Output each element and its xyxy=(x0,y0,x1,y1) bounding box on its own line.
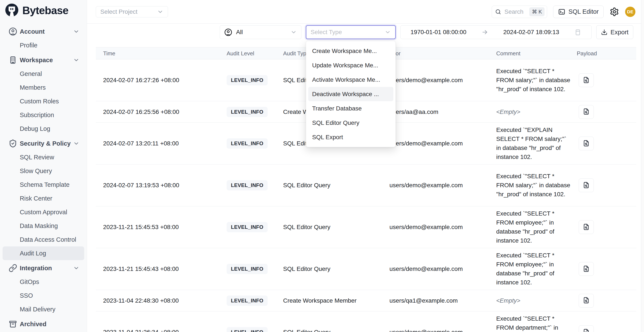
comment-text: <Empty> xyxy=(496,296,520,305)
terminal-icon xyxy=(558,8,566,15)
chevron-down-icon xyxy=(73,57,80,63)
comment-text: Executed `"SELECT * FROM employee;"` in … xyxy=(496,251,572,287)
column-header-comment: Comment xyxy=(496,50,520,57)
brand-logo[interactable]: Bytebase xyxy=(0,0,87,18)
archive-icon xyxy=(8,320,17,328)
sidebar-item-archived[interactable]: Archived xyxy=(2,317,84,331)
type-filter-select[interactable]: Select Type xyxy=(306,25,396,39)
dropdown-option-sql-editor-query[interactable]: SQL Editor Query xyxy=(306,116,396,130)
type-filter-dropdown: Create Workspace Me...Update Workspace M… xyxy=(306,41,396,147)
comment-text: Executed `"SELECT * FROM salary;"` in da… xyxy=(496,172,572,199)
comment-cell: <Empty> xyxy=(496,290,572,311)
payload-view-button[interactable] xyxy=(579,73,594,87)
sidebar-item-sql-review[interactable]: SQL Review xyxy=(2,150,84,164)
avatar[interactable]: DE xyxy=(625,7,636,17)
actor-cell: users/demo@example.com xyxy=(390,266,463,272)
project-select-label: Select Project xyxy=(100,8,138,15)
comment-cell: Executed `"SELECT * FROM employee;"` in … xyxy=(496,206,572,248)
sidebar-item-integration[interactable]: Integration xyxy=(2,261,84,275)
payload-view-button[interactable] xyxy=(579,294,594,308)
sidebar-item-label: GitOps xyxy=(20,278,39,286)
payload-view-button[interactable] xyxy=(579,178,594,192)
dropdown-option-activate-workspace-me[interactable]: Activate Workspace Me... xyxy=(306,72,396,87)
sidebar-item-slow-query[interactable]: Slow Query xyxy=(2,164,84,178)
sidebar-item-data-access-control[interactable]: Data Access Control xyxy=(2,233,84,246)
sidebar-item-subscription[interactable]: Subscription xyxy=(2,108,84,122)
file-search-icon xyxy=(582,140,590,148)
comment-text: Executed `"EXPLAIN SELECT * FROM salary;… xyxy=(496,126,572,162)
date-from-value: 1970-01-01 08:00:00 xyxy=(410,29,466,36)
column-header-payload: Payload xyxy=(577,50,597,57)
topbar: Select Project ⌘ K SQL Editor DE xyxy=(87,0,644,24)
audit-level-cell: LEVEL_INFO xyxy=(226,75,268,85)
sidebar-item-label: Slow Query xyxy=(20,167,52,174)
sidebar-item-label: Profile xyxy=(20,42,38,49)
payload-view-button[interactable] xyxy=(579,105,594,119)
comment-cell: <Empty> xyxy=(496,101,572,123)
dropdown-option-transfer-database[interactable]: Transfer Database xyxy=(306,101,396,116)
payload-view-button[interactable] xyxy=(579,137,594,150)
row-time: 2024-02-07 16:27:26 +08:00 xyxy=(103,77,179,84)
payload-view-button[interactable] xyxy=(579,220,594,234)
export-button[interactable]: Export xyxy=(596,25,633,39)
level-badge: LEVEL_INFO xyxy=(226,107,268,117)
sidebar: Bytebase AccountProfileWorkspaceGeneralM… xyxy=(0,0,87,332)
payload-view-button[interactable] xyxy=(579,262,594,276)
file-search-icon xyxy=(582,181,590,189)
dropdown-option-create-workspace-me[interactable]: Create Workspace Me... xyxy=(306,44,396,58)
settings-gear-icon[interactable] xyxy=(610,7,619,16)
calendar-icon xyxy=(574,28,582,36)
payload-view-button[interactable] xyxy=(579,325,594,332)
sidebar-item-label: Archived xyxy=(20,321,46,328)
actor-cell: users/demo@example.com xyxy=(390,329,463,332)
date-range-picker[interactable]: 1970-01-01 08:00:00 2024-02-07 18:09:13 xyxy=(400,25,592,39)
level-badge: LEVEL_INFO xyxy=(226,264,268,274)
audit-level-cell: LEVEL_INFO xyxy=(226,327,268,332)
sidebar-item-risk-center[interactable]: Risk Center xyxy=(2,191,84,205)
sidebar-item-schema-template[interactable]: Schema Template xyxy=(2,178,84,191)
sidebar-item-audit-log[interactable]: Audit Log xyxy=(2,246,84,260)
search-box[interactable]: ⌘ K xyxy=(492,5,547,18)
actor-cell: users/qa1@example.com xyxy=(390,297,458,304)
sidebar-item-debug-log[interactable]: Debug Log xyxy=(2,122,84,136)
sidebar-item-security-policy[interactable]: Security & Policy xyxy=(2,137,84,150)
file-search-icon xyxy=(582,76,590,84)
filter-bar: All Select Type 1970-01-01 08:00:00 2024… xyxy=(87,24,644,41)
sidebar-item-label: SSO xyxy=(20,292,33,299)
sidebar-item-data-masking[interactable]: Data Masking xyxy=(2,219,84,233)
sidebar-item-profile[interactable]: Profile xyxy=(2,38,84,52)
actor-cell: users/demo@example.com xyxy=(390,140,463,147)
sidebar-item-label: General xyxy=(20,70,42,77)
level-badge: LEVEL_INFO xyxy=(226,180,268,190)
actor-filter-select[interactable]: All xyxy=(220,25,302,39)
sidebar-item-members[interactable]: Members xyxy=(2,81,84,94)
comment-cell: Executed `"EXPLAIN SELECT * FROM salary;… xyxy=(496,123,572,164)
dropdown-option-update-workspace-me[interactable]: Update Workspace Me... xyxy=(306,58,396,72)
audit-level-cell: LEVEL_INFO xyxy=(226,222,268,232)
brand-name: Bytebase xyxy=(22,4,68,17)
comment-cell: Executed `"SELECT * FROM employee;"` in … xyxy=(496,248,572,290)
export-label: Export xyxy=(610,29,628,36)
project-select[interactable]: Select Project xyxy=(96,6,168,17)
dropdown-option-deactivate-workspace[interactable]: Deactivate Workspace ... xyxy=(308,87,393,101)
scrollbar[interactable] xyxy=(641,0,644,332)
sidebar-item-gitops[interactable]: GitOps xyxy=(2,275,84,289)
search-input[interactable] xyxy=(504,8,527,15)
sidebar-item-workspace[interactable]: Workspace xyxy=(2,53,84,67)
sidebar-item-custom-approval[interactable]: Custom Approval xyxy=(2,205,84,219)
sidebar-item-sso[interactable]: SSO xyxy=(2,289,84,302)
dropdown-option-sql-export[interactable]: SQL Export xyxy=(306,130,396,144)
sidebar-item-label: Custom Roles xyxy=(20,98,59,105)
sidebar-item-custom-roles[interactable]: Custom Roles xyxy=(2,94,84,108)
table-row: 2023-11-21 15:45:43 +08:00LEVEL_INFOSQL … xyxy=(96,248,636,290)
sql-editor-button[interactable]: SQL Editor xyxy=(553,5,604,18)
actor-cell: users/aa@aa.com xyxy=(390,109,438,115)
table-row: 2024-02-07 13:19:53 +08:00LEVEL_INFOSQL … xyxy=(96,165,636,206)
table-row: 2023-11-04 21:26:34 +08:00LEVEL_INFOSQL … xyxy=(96,312,636,332)
row-time: 2023-11-21 15:45:53 +08:00 xyxy=(103,224,179,231)
sidebar-item-account[interactable]: Account xyxy=(2,25,84,38)
sidebar-item-mail-delivery[interactable]: Mail Delivery xyxy=(2,302,84,316)
sidebar-item-label: Account xyxy=(20,28,45,35)
sidebar-item-general[interactable]: General xyxy=(2,67,84,81)
audit-type-cell: SQL Editor Query xyxy=(283,224,330,231)
